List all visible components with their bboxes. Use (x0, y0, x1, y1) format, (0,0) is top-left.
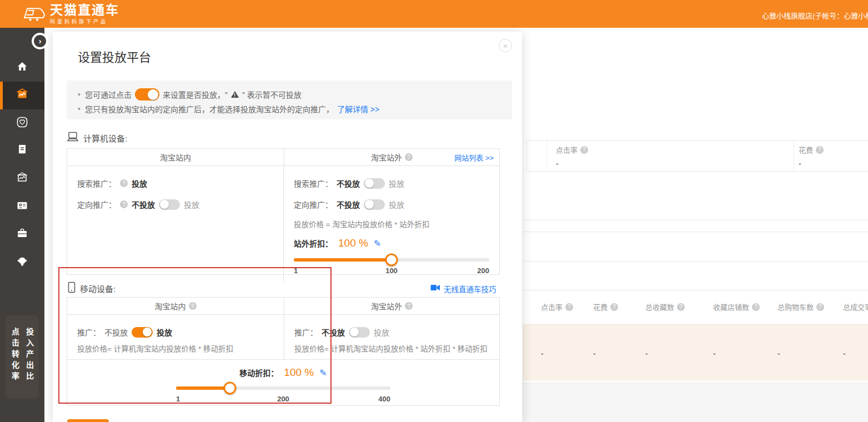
metric-roi-label: 投入产出比 (24, 328, 35, 399)
target-promo-label: 定向推广： (77, 199, 116, 210)
target-promo-label: 定向推广： (294, 199, 333, 210)
chevron-right-icon: › (39, 37, 42, 45)
mobile-taobao-in-header: 淘宝站内? (67, 298, 284, 314)
help-icon[interactable]: ? (816, 146, 824, 154)
slider-knob[interactable] (385, 254, 398, 267)
sidebar-item-profile[interactable] (0, 248, 44, 276)
slider-knob[interactable] (223, 382, 236, 395)
metric-ctr-label: 点击转化率 (9, 328, 21, 399)
edit-icon[interactable]: ✎ (374, 238, 381, 249)
computer-out-search-toggle[interactable] (364, 178, 385, 189)
notice-line1-c: " 表示暂不可投放 (242, 89, 302, 100)
screen: 点击率? - 花费? - 点击率? 花费? 总收藏数? 收藏店铺数? 总购物车数… (0, 0, 868, 422)
table-row: - - - - - - (523, 324, 868, 381)
col-header-cart: 总购物车数? (777, 302, 824, 312)
mobile-in-toggle[interactable] (132, 327, 153, 338)
account-name[interactable]: 心雅小栈旗舰店(子帐号：心雅小栈 (762, 10, 868, 21)
computer-out-target-toggle[interactable] (364, 199, 385, 210)
bullet-icon: • (78, 90, 81, 99)
cell-value: - (713, 349, 716, 358)
app-title: 天猫直通车 (50, 3, 119, 17)
home-icon (16, 60, 29, 76)
learn-more-link[interactable]: 了解详情 >> (337, 103, 379, 114)
computer-out-cell: 搜索推广： 不投放 投放 定向推广： 不投放 投放 投放价格 = 淘宝站内投放价… (283, 166, 499, 282)
picture-outline-icon (16, 171, 29, 187)
sidebar-item-tools[interactable] (0, 220, 44, 248)
confirm-button[interactable] (67, 419, 109, 422)
sidebar-item-favorites[interactable] (0, 109, 44, 137)
summary-ctr-value: - (556, 159, 588, 168)
notice-line1-a: 您可通过点击 (85, 89, 132, 100)
slider-scale: 1 100 200 (294, 267, 489, 275)
help-icon[interactable]: ? (752, 303, 760, 311)
top-bar: 天猫直通车 阿里妈妈旗下产品 心雅小栈旗舰店(子帐号：心雅小栈 (0, 0, 868, 28)
mobile-out-toggle[interactable] (349, 327, 370, 338)
help-icon[interactable]: ? (405, 302, 413, 310)
col-header-fav: 总收藏数? (645, 302, 685, 312)
notice-line1-b: 来设置是否投放，" (163, 89, 228, 100)
help-icon[interactable]: ? (189, 302, 197, 310)
help-icon[interactable]: ? (677, 303, 685, 311)
mobile-discount-slider[interactable] (176, 386, 390, 390)
mobile-discount-row: 移动折扣： 100 % ✎ 1 200 400 (67, 360, 499, 404)
help-icon[interactable]: ? (405, 153, 413, 161)
help-icon[interactable]: ? (610, 303, 618, 311)
promo-label: 推广： (294, 326, 318, 338)
help-icon[interactable]: ? (120, 200, 128, 208)
sidebar-expand-button[interactable]: › (32, 33, 48, 49)
briefcase-icon (16, 227, 29, 242)
out-discount-value: 100 % (338, 237, 368, 249)
mobile-in-cell: 推广： 不投放 投放 投放价格= 计算机淘宝站内投放价格 * 移动折扣 (67, 315, 284, 359)
help-icon[interactable]: ? (120, 179, 128, 187)
divider (519, 261, 868, 262)
table-row-empty (523, 383, 868, 422)
col-header-ctr: 点击率? (541, 302, 573, 312)
sidebar-item-creative[interactable] (0, 165, 44, 193)
set-platform-dialog: 设置投放平台 × • 您可通过点击 来设置是否投放，" ! " 表示暂不可投放 … (53, 32, 522, 422)
out-discount-slider[interactable] (294, 258, 489, 262)
wireless-tips-link[interactable]: 无线直通车技巧 (430, 283, 496, 294)
sidebar-item-home[interactable] (0, 54, 44, 82)
notice-box: • 您可通过点击 来设置是否投放，" ! " 表示暂不可投放 • 您只有投放淘宝… (67, 81, 512, 119)
help-icon[interactable]: ? (580, 146, 588, 154)
summary-table: 点击率? - 花费? - (526, 140, 868, 172)
sidebar-item-reports[interactable] (0, 137, 44, 165)
sidebar-metric-panel[interactable]: 点击转化率 投入产出比 (6, 315, 39, 399)
search-promo-label: 搜索推广： (294, 178, 333, 189)
search-promo-state: 投放 (132, 178, 147, 189)
out-price-formula: 投放价格 = 淘宝站内投放价格 * 站外折扣 (294, 219, 489, 230)
out-discount-label: 站外折扣： (294, 238, 333, 249)
sidebar-item-account-card[interactable] (0, 193, 44, 220)
heart-icon (16, 115, 29, 131)
slider-fill (176, 386, 230, 390)
cell-value: - (645, 349, 648, 358)
computer-in-cell: 搜索推广： ? 投放 定向推广： ? 不投放 投放 (67, 166, 283, 282)
divider (794, 140, 794, 171)
search-promo-label: 搜索推广： (77, 178, 116, 189)
sidebar: 点击转化率 投入产出比 (0, 28, 44, 422)
cell-value: - (593, 349, 596, 358)
summary-cost-label: 花费 (799, 144, 813, 155)
divider (519, 290, 868, 290)
computer-in-target-toggle[interactable] (159, 199, 180, 210)
close-icon[interactable]: × (499, 39, 512, 52)
id-card-icon (16, 199, 29, 214)
site-list-link[interactable]: 网站列表 >> (454, 152, 494, 163)
app-logo[interactable]: 天猫直通车 阿里妈妈旗下产品 (20, 3, 119, 25)
computer-section-header: 计算机设备: (67, 132, 127, 144)
user-icon (16, 254, 29, 270)
col-header-deals: 总成交笔? (843, 302, 868, 312)
phone-icon (68, 282, 76, 295)
mobile-discount-value: 100 % (284, 366, 314, 379)
mobile-platform-table: 淘宝站内? 淘宝站外? 推广： 不投放 投放 投放价格= 计算机淘宝站内投放价格… (67, 297, 500, 406)
dialog-title: 设置投放平台 (78, 47, 151, 65)
edit-icon[interactable]: ✎ (319, 368, 327, 378)
divider (519, 232, 868, 232)
summary-cost-value: - (799, 159, 824, 168)
sidebar-item-campaign-active[interactable] (0, 82, 44, 109)
bullet-icon: • (78, 104, 81, 113)
help-icon[interactable]: ? (565, 303, 573, 311)
warning-icon: ! (231, 91, 239, 98)
help-icon[interactable]: ? (816, 303, 824, 311)
cell-value: - (843, 349, 846, 358)
